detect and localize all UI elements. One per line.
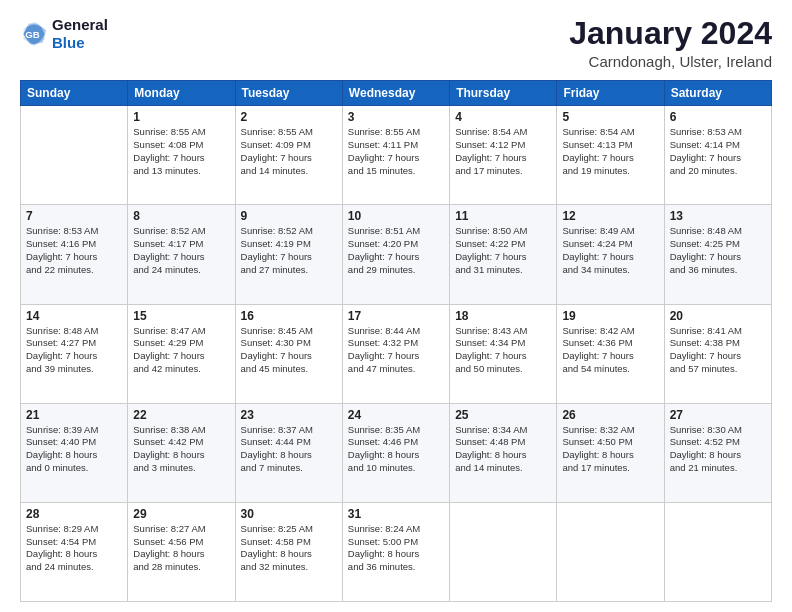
day-details: Sunrise: 8:52 AMSunset: 4:17 PMDaylight:… (133, 225, 229, 276)
day-number: 31 (348, 507, 444, 521)
cell-w4-d1: 21Sunrise: 8:39 AMSunset: 4:40 PMDayligh… (21, 403, 128, 502)
month-title: January 2024 (569, 16, 772, 51)
header-tuesday: Tuesday (235, 81, 342, 106)
cell-w3-d5: 18Sunrise: 8:43 AMSunset: 4:34 PMDayligh… (450, 304, 557, 403)
cell-w5-d1: 28Sunrise: 8:29 AMSunset: 4:54 PMDayligh… (21, 502, 128, 601)
cell-w3-d2: 15Sunrise: 8:47 AMSunset: 4:29 PMDayligh… (128, 304, 235, 403)
day-details: Sunrise: 8:29 AMSunset: 4:54 PMDaylight:… (26, 523, 122, 574)
day-number: 25 (455, 408, 551, 422)
day-details: Sunrise: 8:24 AMSunset: 5:00 PMDaylight:… (348, 523, 444, 574)
day-number: 18 (455, 309, 551, 323)
header: GB General Blue January 2024 Carndonagh,… (20, 16, 772, 70)
cell-w5-d4: 31Sunrise: 8:24 AMSunset: 5:00 PMDayligh… (342, 502, 449, 601)
cell-w2-d6: 12Sunrise: 8:49 AMSunset: 4:24 PMDayligh… (557, 205, 664, 304)
logo-line2: Blue (52, 34, 108, 52)
day-number: 28 (26, 507, 122, 521)
day-number: 8 (133, 209, 229, 223)
cell-w1-d6: 5Sunrise: 8:54 AMSunset: 4:13 PMDaylight… (557, 106, 664, 205)
logo-text-block: General Blue (52, 16, 108, 52)
day-details: Sunrise: 8:41 AMSunset: 4:38 PMDaylight:… (670, 325, 766, 376)
day-number: 20 (670, 309, 766, 323)
day-details: Sunrise: 8:55 AMSunset: 4:08 PMDaylight:… (133, 126, 229, 177)
cell-w1-d2: 1Sunrise: 8:55 AMSunset: 4:08 PMDaylight… (128, 106, 235, 205)
cell-w4-d6: 26Sunrise: 8:32 AMSunset: 4:50 PMDayligh… (557, 403, 664, 502)
day-details: Sunrise: 8:48 AMSunset: 4:27 PMDaylight:… (26, 325, 122, 376)
cell-w5-d3: 30Sunrise: 8:25 AMSunset: 4:58 PMDayligh… (235, 502, 342, 601)
day-number: 13 (670, 209, 766, 223)
day-number: 3 (348, 110, 444, 124)
day-details: Sunrise: 8:44 AMSunset: 4:32 PMDaylight:… (348, 325, 444, 376)
day-number: 10 (348, 209, 444, 223)
day-details: Sunrise: 8:54 AMSunset: 4:12 PMDaylight:… (455, 126, 551, 177)
cell-w4-d3: 23Sunrise: 8:37 AMSunset: 4:44 PMDayligh… (235, 403, 342, 502)
day-details: Sunrise: 8:55 AMSunset: 4:09 PMDaylight:… (241, 126, 337, 177)
cell-w4-d4: 24Sunrise: 8:35 AMSunset: 4:46 PMDayligh… (342, 403, 449, 502)
svg-text:GB: GB (25, 29, 39, 40)
day-number: 27 (670, 408, 766, 422)
day-details: Sunrise: 8:38 AMSunset: 4:42 PMDaylight:… (133, 424, 229, 475)
cell-w1-d1 (21, 106, 128, 205)
day-number: 12 (562, 209, 658, 223)
day-number: 11 (455, 209, 551, 223)
logo: GB General Blue (20, 16, 108, 52)
day-number: 4 (455, 110, 551, 124)
day-number: 23 (241, 408, 337, 422)
day-details: Sunrise: 8:27 AMSunset: 4:56 PMDaylight:… (133, 523, 229, 574)
day-details: Sunrise: 8:53 AMSunset: 4:14 PMDaylight:… (670, 126, 766, 177)
week-row-4: 21Sunrise: 8:39 AMSunset: 4:40 PMDayligh… (21, 403, 772, 502)
day-details: Sunrise: 8:37 AMSunset: 4:44 PMDaylight:… (241, 424, 337, 475)
cell-w2-d1: 7Sunrise: 8:53 AMSunset: 4:16 PMDaylight… (21, 205, 128, 304)
day-number: 2 (241, 110, 337, 124)
cell-w3-d4: 17Sunrise: 8:44 AMSunset: 4:32 PMDayligh… (342, 304, 449, 403)
header-wednesday: Wednesday (342, 81, 449, 106)
cell-w3-d3: 16Sunrise: 8:45 AMSunset: 4:30 PMDayligh… (235, 304, 342, 403)
day-details: Sunrise: 8:49 AMSunset: 4:24 PMDaylight:… (562, 225, 658, 276)
day-number: 21 (26, 408, 122, 422)
day-details: Sunrise: 8:43 AMSunset: 4:34 PMDaylight:… (455, 325, 551, 376)
day-number: 15 (133, 309, 229, 323)
day-details: Sunrise: 8:35 AMSunset: 4:46 PMDaylight:… (348, 424, 444, 475)
week-row-2: 7Sunrise: 8:53 AMSunset: 4:16 PMDaylight… (21, 205, 772, 304)
day-details: Sunrise: 8:51 AMSunset: 4:20 PMDaylight:… (348, 225, 444, 276)
header-thursday: Thursday (450, 81, 557, 106)
day-details: Sunrise: 8:47 AMSunset: 4:29 PMDaylight:… (133, 325, 229, 376)
day-number: 16 (241, 309, 337, 323)
day-number: 22 (133, 408, 229, 422)
day-number: 9 (241, 209, 337, 223)
day-details: Sunrise: 8:25 AMSunset: 4:58 PMDaylight:… (241, 523, 337, 574)
day-number: 24 (348, 408, 444, 422)
header-sunday: Sunday (21, 81, 128, 106)
header-saturday: Saturday (664, 81, 771, 106)
day-number: 5 (562, 110, 658, 124)
cell-w1-d7: 6Sunrise: 8:53 AMSunset: 4:14 PMDaylight… (664, 106, 771, 205)
location: Carndonagh, Ulster, Ireland (569, 53, 772, 70)
day-details: Sunrise: 8:39 AMSunset: 4:40 PMDaylight:… (26, 424, 122, 475)
cell-w4-d2: 22Sunrise: 8:38 AMSunset: 4:42 PMDayligh… (128, 403, 235, 502)
cell-w2-d7: 13Sunrise: 8:48 AMSunset: 4:25 PMDayligh… (664, 205, 771, 304)
cell-w3-d6: 19Sunrise: 8:42 AMSunset: 4:36 PMDayligh… (557, 304, 664, 403)
day-details: Sunrise: 8:45 AMSunset: 4:30 PMDaylight:… (241, 325, 337, 376)
page: GB General Blue January 2024 Carndonagh,… (0, 0, 792, 612)
day-number: 30 (241, 507, 337, 521)
day-details: Sunrise: 8:52 AMSunset: 4:19 PMDaylight:… (241, 225, 337, 276)
day-number: 6 (670, 110, 766, 124)
cell-w1-d5: 4Sunrise: 8:54 AMSunset: 4:12 PMDaylight… (450, 106, 557, 205)
header-monday: Monday (128, 81, 235, 106)
calendar-table: Sunday Monday Tuesday Wednesday Thursday… (20, 80, 772, 602)
day-details: Sunrise: 8:48 AMSunset: 4:25 PMDaylight:… (670, 225, 766, 276)
cell-w5-d2: 29Sunrise: 8:27 AMSunset: 4:56 PMDayligh… (128, 502, 235, 601)
cell-w1-d4: 3Sunrise: 8:55 AMSunset: 4:11 PMDaylight… (342, 106, 449, 205)
cell-w1-d3: 2Sunrise: 8:55 AMSunset: 4:09 PMDaylight… (235, 106, 342, 205)
day-number: 26 (562, 408, 658, 422)
cell-w2-d3: 9Sunrise: 8:52 AMSunset: 4:19 PMDaylight… (235, 205, 342, 304)
cell-w2-d5: 11Sunrise: 8:50 AMSunset: 4:22 PMDayligh… (450, 205, 557, 304)
header-friday: Friday (557, 81, 664, 106)
day-details: Sunrise: 8:30 AMSunset: 4:52 PMDaylight:… (670, 424, 766, 475)
calendar-header-row: Sunday Monday Tuesday Wednesday Thursday… (21, 81, 772, 106)
cell-w5-d6 (557, 502, 664, 601)
day-details: Sunrise: 8:34 AMSunset: 4:48 PMDaylight:… (455, 424, 551, 475)
cell-w2-d2: 8Sunrise: 8:52 AMSunset: 4:17 PMDaylight… (128, 205, 235, 304)
logo-line1: General (52, 16, 108, 34)
week-row-5: 28Sunrise: 8:29 AMSunset: 4:54 PMDayligh… (21, 502, 772, 601)
day-number: 14 (26, 309, 122, 323)
